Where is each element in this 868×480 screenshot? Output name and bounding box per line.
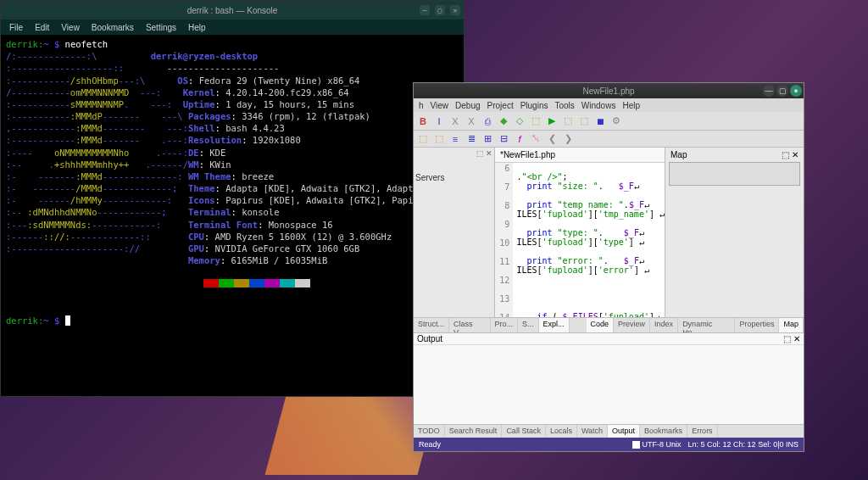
tab-classview[interactable]: Class V... <box>449 318 491 332</box>
menu-view[interactable]: View <box>56 23 85 32</box>
editor-toolbar-2: ⬚ ⬚ ≡ ≣ ⊞ ⊟ f ␀ ❮ ❯ <box>414 131 804 148</box>
close-button[interactable]: ✕ <box>450 5 460 15</box>
code-lines[interactable]: ."<br />"; print "size: ". $_F↵ print "t… <box>513 163 665 317</box>
bold-icon[interactable]: B <box>415 114 431 129</box>
status-ready: Ready <box>419 440 441 449</box>
tab-map[interactable]: Map <box>779 318 804 332</box>
toolbar-icon[interactable]: ⎙ <box>480 114 495 129</box>
editor-menu-debug[interactable]: Debug <box>452 101 483 110</box>
editor-titlebar[interactable]: NewFile1.php — ▢ ● <box>414 83 804 98</box>
function-icon[interactable]: f <box>512 131 527 147</box>
tab-bookmarks[interactable]: Bookmarks <box>640 425 687 438</box>
neofetch-row: :-------------------:: -----------------… <box>6 63 279 73</box>
toolbar-icon[interactable]: ❮ <box>544 131 559 147</box>
toolbar-icon[interactable]: ␀ <box>528 131 543 147</box>
minimize-button[interactable]: — <box>420 5 430 15</box>
maximize-button[interactable]: ▢ <box>435 5 445 15</box>
toolbar-icon[interactable]: X <box>464 114 479 129</box>
tab-preview[interactable]: Preview <box>614 318 650 332</box>
panel-pin-icon[interactable]: ⬚ <box>782 150 789 159</box>
neofetch-row: :---------------------:// GPU: NVIDIA Ge… <box>6 243 359 254</box>
menu-edit[interactable]: Edit <box>30 23 54 32</box>
neofetch-row: :-----------/shhOHbmp---:\ OS: Fedora 29… <box>6 75 359 86</box>
line-gutter: 67891011121314 <box>495 163 513 317</box>
neofetch-row: /:-------------:\ derrik@ryzen-desktop <box>6 51 258 61</box>
tab-errors[interactable]: Errors <box>687 425 718 438</box>
terminal-window: derrik : bash — Konsole — ▢ ✕ File Edit … <box>0 0 465 397</box>
menu-bookmarks[interactable]: Bookmarks <box>86 23 139 32</box>
editor-menu-view[interactable]: View <box>427 101 453 110</box>
editor-menu-tools[interactable]: Tools <box>551 101 577 110</box>
terminal-cursor <box>65 315 70 326</box>
status-encoding: UTF-8 Unix <box>632 440 682 449</box>
tab-properties[interactable]: Properties <box>735 318 779 332</box>
editor-minimize-button[interactable]: — <box>763 85 775 97</box>
toolbar-icon[interactable]: ⊟ <box>496 131 511 147</box>
toolbar-icon[interactable]: ⊞ <box>480 131 495 147</box>
file-tab[interactable]: *NewFile1.php <box>495 148 665 163</box>
terminal-output[interactable]: derrik:~ $ neofetch /:-------------:\ de… <box>1 35 464 330</box>
editor-menu-help[interactable]: Help <box>619 101 643 110</box>
tab-output[interactable]: Output <box>608 425 640 438</box>
editor-toolbar: B I X X ⎙ ◆ ◇ ⬚ ▶ ⬚ ⬚ ⏹ ⚙ <box>414 112 804 131</box>
editor-map-panel: Map⬚ ✕ <box>665 148 804 317</box>
stop-icon[interactable]: ⏹ <box>593 114 608 129</box>
menu-help[interactable]: Help <box>183 23 211 32</box>
tab-locals[interactable]: Locals <box>546 425 577 438</box>
neofetch-row: :-- .+shhhMMMmhhy++ .------/WM: KWin <box>6 159 231 170</box>
tab-index[interactable]: Index <box>650 318 678 332</box>
tab-explorer[interactable]: Expl... <box>539 318 570 332</box>
tab-project[interactable]: Pro... <box>491 318 519 332</box>
toolbar-icon[interactable]: ⬚ <box>576 114 592 129</box>
code-body[interactable]: 67891011121314 ."<br />"; print "size: "… <box>495 163 665 317</box>
panel-close-icon[interactable]: ✕ <box>793 334 800 343</box>
editor-output-panel: Output⬚ ✕ <box>414 332 804 424</box>
editor-bottom-tabs-2: TODO Search Result Call Stack Locals Wat… <box>414 424 804 438</box>
minimap[interactable] <box>669 162 800 186</box>
terminal-title: derrik : bash — Konsole <box>187 6 278 15</box>
editor-title: NewFile1.php <box>582 87 634 96</box>
toolbar-icon[interactable]: ⬚ <box>560 114 576 129</box>
menu-settings[interactable]: Settings <box>141 23 181 32</box>
toolbar-icon[interactable]: ◆ <box>496 114 511 129</box>
toolbar-icon[interactable]: ❯ <box>560 131 576 147</box>
tab-watch[interactable]: Watch <box>577 425 608 438</box>
output-label: Output <box>417 334 442 343</box>
terminal-titlebar[interactable]: derrik : bash — Konsole — ▢ ✕ <box>1 1 464 20</box>
panel-close-icon[interactable]: ✕ <box>486 149 492 158</box>
neofetch-row: :- -------:MMMd--------------: WM Theme:… <box>6 171 274 181</box>
editor-menu-plugins[interactable]: Plugins <box>517 101 552 110</box>
editor-menu-project[interactable]: Project <box>484 101 517 110</box>
panel-pin-icon[interactable]: ⬚ <box>476 149 484 158</box>
panel-close-icon[interactable]: ✕ <box>792 150 798 159</box>
toolbar-icon[interactable]: ⬚ <box>431 131 447 147</box>
toolbar-icon[interactable]: ≣ <box>464 131 479 147</box>
editor-menu-newfile-icon[interactable]: h <box>415 101 427 110</box>
settings-icon[interactable]: ⚙ <box>609 114 624 129</box>
tab-structure[interactable]: Struct... <box>414 318 449 332</box>
toolbar-icon[interactable]: ⬚ <box>528 114 543 129</box>
tab-s[interactable]: S... <box>518 318 539 332</box>
editor-main: ⬚ ✕ Servers *NewFile1.php 67891011121314… <box>414 148 804 317</box>
tab-todo[interactable]: TODO <box>414 425 445 438</box>
editor-maximize-button[interactable]: ▢ <box>776 85 788 97</box>
neofetch-row: :-----------sMMMMNMNMP. ---: Uptime: 1 d… <box>6 99 354 109</box>
tab-callstack[interactable]: Call Stack <box>502 425 546 438</box>
neofetch-row: :- --------/MMMd-------------; Theme: Ad… <box>6 183 451 193</box>
toolbar-icon[interactable]: X <box>448 114 463 129</box>
servers-label[interactable]: Servers <box>415 173 492 182</box>
toolbar-icon[interactable]: ⬚ <box>415 131 431 147</box>
editor-close-button[interactable]: ● <box>790 85 802 97</box>
menu-file[interactable]: File <box>4 23 28 32</box>
editor-menubar: h View Debug Project Plugins Tools Windo… <box>414 98 804 112</box>
panel-pin-icon[interactable]: ⬚ <box>783 334 791 343</box>
tab-search[interactable]: Search Result <box>445 425 503 438</box>
toolbar-icon[interactable]: ≡ <box>448 131 463 147</box>
tab-dynamic[interactable]: Dynamic He... <box>678 318 735 332</box>
tab-code[interactable]: Code <box>587 318 615 332</box>
checkbox-icon[interactable] <box>632 441 640 449</box>
play-icon[interactable]: ▶ <box>544 114 559 129</box>
toolbar-icon[interactable]: I <box>431 114 447 129</box>
toolbar-icon[interactable]: ◇ <box>512 114 527 129</box>
editor-menu-windows[interactable]: Windows <box>578 101 620 110</box>
